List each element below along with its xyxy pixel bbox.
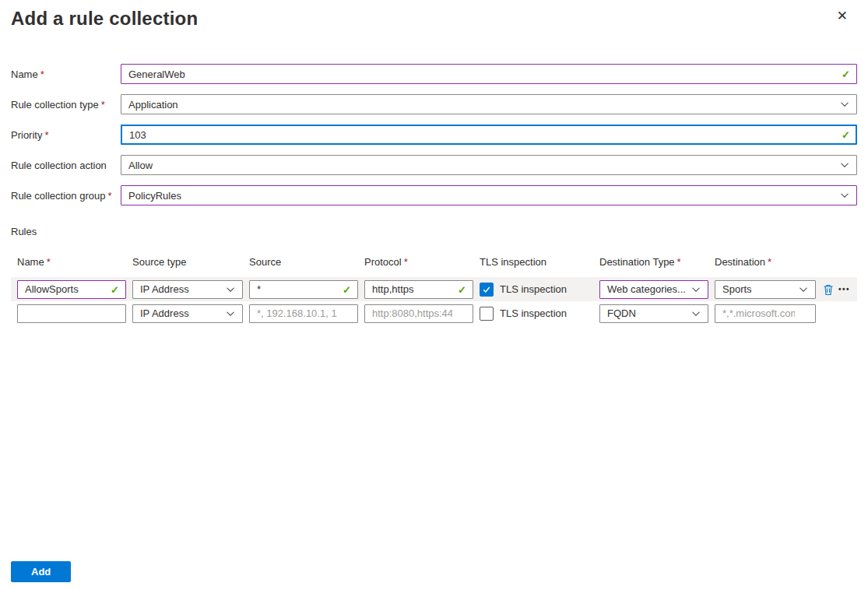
header-source: Source: [249, 256, 358, 268]
rule-collection-group-select[interactable]: PolicyRules: [121, 185, 857, 205]
add-button[interactable]: Add: [11, 561, 71, 582]
rule-destination-type-select[interactable]: FQDN: [599, 304, 708, 323]
priority-input[interactable]: [121, 125, 857, 145]
required-asterisk: *: [44, 129, 48, 141]
name-row: Name* ✓: [11, 64, 857, 84]
rule-name-control: ✓: [17, 280, 126, 299]
chevron-down-icon: [226, 285, 235, 294]
rule-collection-action-select[interactable]: Allow: [121, 155, 857, 175]
rules-section-label: Rules: [11, 226, 857, 237]
tls-inspection-label: TLS inspection: [500, 307, 567, 319]
rule-destination-select[interactable]: Sports: [715, 280, 816, 299]
chevron-down-icon: [691, 309, 701, 318]
rule-collection-form: Name* ✓ Rule collection type* Applicatio…: [11, 64, 857, 237]
rule-collection-group-control: PolicyRules: [121, 185, 857, 205]
header-tls-inspection: TLS inspection: [480, 256, 593, 268]
chevron-down-icon: [840, 160, 849, 170]
chevron-down-icon: [691, 285, 701, 294]
chevron-down-icon: [840, 191, 849, 200]
rule-collection-action-control: Allow: [121, 155, 857, 175]
required-asterisk: *: [40, 68, 44, 80]
tls-inspection-checkbox[interactable]: [480, 307, 494, 321]
priority-label: Priority*: [11, 129, 121, 141]
rule-protocol-input[interactable]: [364, 304, 473, 323]
rule-collection-type-control: Application: [121, 94, 857, 114]
rule-source-input[interactable]: [249, 304, 358, 323]
rule-source-type-select[interactable]: IP Address: [132, 304, 243, 323]
trash-icon: [822, 283, 835, 296]
header-name: Name*: [17, 256, 126, 268]
chevron-down-icon: [799, 285, 808, 294]
name-label: Name*: [11, 68, 121, 80]
rule-source-type-select[interactable]: IP Address: [132, 280, 243, 299]
rules-table: Name* Source type Source Protocol* TLS i…: [11, 256, 857, 325]
row-actions: •••: [822, 283, 853, 296]
rule-name-control: [17, 304, 126, 323]
header-destination: Destination*: [715, 256, 816, 268]
rule-collection-type-label: Rule collection type*: [11, 99, 121, 111]
rule-collection-group-label: Rule collection group*: [11, 190, 121, 202]
rule-name-input[interactable]: [17, 280, 126, 299]
rule-collection-type-row: Rule collection type* Application: [11, 94, 857, 114]
chevron-down-icon: [226, 309, 235, 318]
close-icon[interactable]: ✕: [837, 9, 848, 23]
table-row: ✓ IP Address ✓ ✓ TLS inspection: [11, 277, 857, 301]
rule-source-input[interactable]: [249, 280, 358, 299]
rule-destination-input[interactable]: [715, 304, 816, 323]
rule-protocol-input[interactable]: [364, 280, 473, 299]
name-input[interactable]: [121, 64, 857, 84]
priority-control: ✓: [121, 125, 857, 145]
rule-tls-cell: TLS inspection: [480, 283, 593, 297]
rule-protocol-control: ✓: [364, 280, 473, 299]
rule-source-control: [249, 304, 358, 323]
chevron-down-icon: [840, 100, 849, 109]
page-title: Add a rule collection: [11, 8, 857, 30]
table-row: IP Address TLS inspection FQDN: [11, 301, 857, 325]
rule-source-control: ✓: [249, 280, 358, 299]
header-destination-type: Destination Type*: [599, 256, 708, 268]
rule-collection-action-row: Rule collection action Allow: [11, 155, 857, 175]
add-rule-collection-panel: Add a rule collection ✕ Name* ✓ Rule col…: [0, 0, 868, 590]
rule-protocol-control: [364, 304, 473, 323]
rules-table-header: Name* Source type Source Protocol* TLS i…: [11, 256, 857, 268]
rule-collection-type-select[interactable]: Application: [121, 94, 857, 114]
required-asterisk: *: [107, 190, 111, 202]
rule-destination-control: [715, 304, 816, 323]
header-protocol: Protocol*: [364, 256, 473, 268]
required-asterisk: *: [101, 99, 105, 111]
rule-collection-group-row: Rule collection group* PolicyRules: [11, 185, 857, 205]
tls-inspection-checkbox[interactable]: [480, 283, 494, 297]
tls-inspection-label: TLS inspection: [500, 283, 567, 295]
delete-rule-button[interactable]: [822, 283, 835, 296]
rule-name-input[interactable]: [17, 304, 126, 323]
rule-collection-action-label: Rule collection action: [11, 160, 121, 171]
header-source-type: Source type: [132, 256, 243, 268]
priority-row: Priority* ✓: [11, 125, 857, 145]
name-control: ✓: [121, 64, 857, 84]
rule-destination-type-select[interactable]: Web categories...: [599, 280, 708, 299]
more-options-button[interactable]: •••: [838, 285, 850, 293]
rule-tls-cell: TLS inspection: [480, 307, 593, 321]
